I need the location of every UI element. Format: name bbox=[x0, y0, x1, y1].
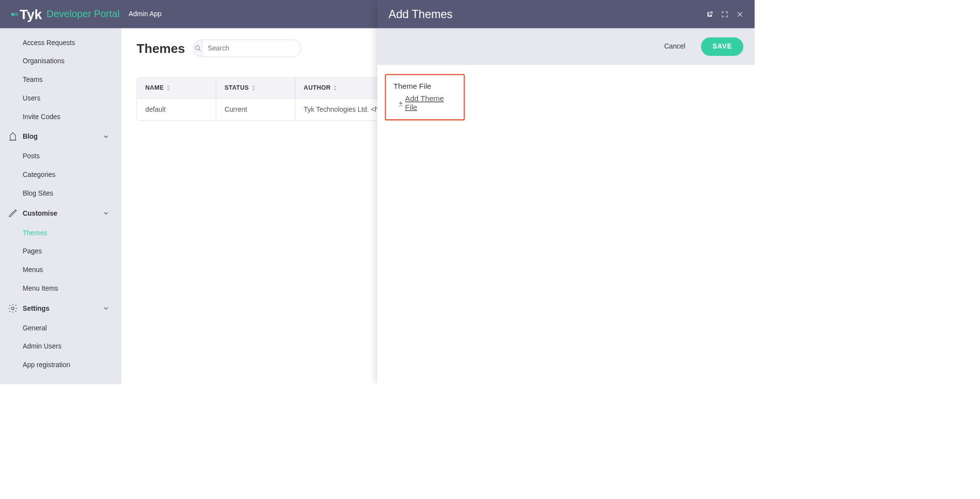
sidebar-item-label: General bbox=[23, 324, 47, 332]
sidebar-item-invite-codes[interactable]: Invite Codes bbox=[0, 107, 122, 126]
sidebar-item-label: Organisations bbox=[23, 57, 65, 65]
sidebar-group-customise[interactable]: Customise bbox=[0, 202, 122, 224]
chevron-down-icon bbox=[103, 134, 109, 139]
sort-icon bbox=[251, 85, 256, 91]
cell-name: default bbox=[137, 99, 217, 121]
sidebar-group-label: Customise bbox=[23, 209, 57, 217]
sidebar-item-label: Posts bbox=[23, 152, 40, 160]
sidebar-group-label: Settings bbox=[23, 304, 49, 312]
sidebar-item-blog-sites[interactable]: Blog Sites bbox=[0, 184, 122, 203]
sidebar-item-teams[interactable]: Teams bbox=[0, 71, 122, 89]
sidebar-item-label: Admin Users bbox=[23, 343, 61, 350]
sidebar-item-admin-users[interactable]: Admin Users bbox=[0, 337, 122, 356]
cancel-button[interactable]: Cancel bbox=[658, 38, 692, 55]
save-button[interactable]: SAVE bbox=[701, 37, 743, 56]
search-box[interactable] bbox=[194, 40, 301, 57]
brush-icon bbox=[7, 208, 18, 219]
sidebar-item-general[interactable]: General bbox=[0, 319, 122, 338]
add-theme-file-link[interactable]: + Add Theme File bbox=[393, 95, 456, 112]
sidebar-item-app-registration[interactable]: App registration bbox=[0, 356, 122, 374]
page-title: Themes bbox=[137, 41, 185, 56]
sidebar-item-access-requests[interactable]: Access Requests bbox=[0, 34, 122, 52]
sidebar-item-menu-items[interactable]: Menu Items bbox=[0, 279, 122, 298]
sidebar-item-themes[interactable]: Themes bbox=[0, 224, 122, 243]
search-icon bbox=[195, 45, 201, 52]
panel-title: Add Themes bbox=[389, 8, 453, 21]
section-title: Theme File bbox=[393, 82, 456, 91]
brand-tyk: Tyk bbox=[20, 6, 42, 22]
sidebar-item-label: Blog Sites bbox=[23, 190, 53, 198]
external-link-icon[interactable] bbox=[706, 11, 713, 18]
chevron-down-icon bbox=[103, 211, 109, 216]
sidebar-group-label: Blog bbox=[23, 133, 38, 141]
sidebar-item-menus[interactable]: Menus bbox=[0, 261, 122, 279]
sidebar-item-label: Invite Codes bbox=[23, 113, 60, 121]
add-themes-panel: Add Themes Cancel SAVE Theme File + Add … bbox=[377, 0, 755, 384]
sidebar-item-label: Teams bbox=[23, 76, 43, 84]
svg-rect-0 bbox=[11, 13, 14, 16]
panel-actions: Cancel SAVE bbox=[377, 28, 755, 65]
expand-icon[interactable] bbox=[721, 11, 728, 18]
sidebar-item-pages[interactable]: Pages bbox=[0, 242, 122, 261]
sidebar-item-categories[interactable]: Categories bbox=[0, 166, 122, 184]
sidebar-item-posts[interactable]: Posts bbox=[0, 147, 122, 166]
column-label: NAME bbox=[145, 84, 164, 91]
blog-icon bbox=[7, 131, 18, 142]
sidebar-item-label: Pages bbox=[23, 248, 42, 255]
sidebar-item-label: Categories bbox=[23, 171, 55, 179]
logo-mark-icon bbox=[11, 11, 18, 18]
column-label: AUTHOR bbox=[304, 84, 331, 91]
sort-icon bbox=[333, 85, 337, 91]
sidebar-item-label: App registration bbox=[23, 361, 70, 369]
sidebar-item-label: Users bbox=[23, 95, 40, 102]
svg-point-2 bbox=[11, 307, 14, 309]
sidebar-item-label: Menu Items bbox=[23, 285, 58, 293]
sidebar-item-users[interactable]: Users bbox=[0, 89, 122, 108]
add-theme-file-label: Add Theme File bbox=[405, 95, 456, 112]
gear-icon bbox=[7, 303, 18, 314]
panel-body: Theme File + Add Theme File bbox=[377, 65, 755, 129]
search-input[interactable] bbox=[202, 40, 300, 57]
panel-header: Add Themes bbox=[377, 0, 755, 28]
close-icon[interactable] bbox=[736, 11, 743, 18]
sidebar: Access Requests Organisations Teams User… bbox=[0, 28, 122, 384]
sidebar-item-organisations[interactable]: Organisations bbox=[0, 52, 122, 71]
sidebar-item-label: Menus bbox=[23, 266, 43, 274]
svg-rect-1 bbox=[15, 13, 18, 16]
plus-icon: + bbox=[399, 99, 403, 107]
sidebar-group-blog[interactable]: Blog bbox=[0, 126, 122, 147]
cell-status: Current bbox=[216, 99, 295, 121]
logo[interactable]: Tyk Developer Portal bbox=[11, 6, 120, 22]
brand-portal: Developer Portal bbox=[47, 8, 120, 20]
sidebar-item-label: Themes bbox=[23, 229, 47, 237]
theme-file-section: Theme File + Add Theme File bbox=[385, 74, 465, 121]
column-label: STATUS bbox=[224, 84, 249, 91]
admin-app-label: Admin App bbox=[129, 10, 162, 18]
sidebar-item-label: Access Requests bbox=[23, 39, 75, 47]
sidebar-group-settings[interactable]: Settings bbox=[0, 298, 122, 319]
sort-icon bbox=[166, 85, 171, 91]
column-status[interactable]: STATUS bbox=[216, 78, 295, 99]
chevron-down-icon bbox=[103, 306, 109, 311]
svg-point-3 bbox=[196, 46, 199, 50]
column-name[interactable]: NAME bbox=[137, 78, 217, 99]
